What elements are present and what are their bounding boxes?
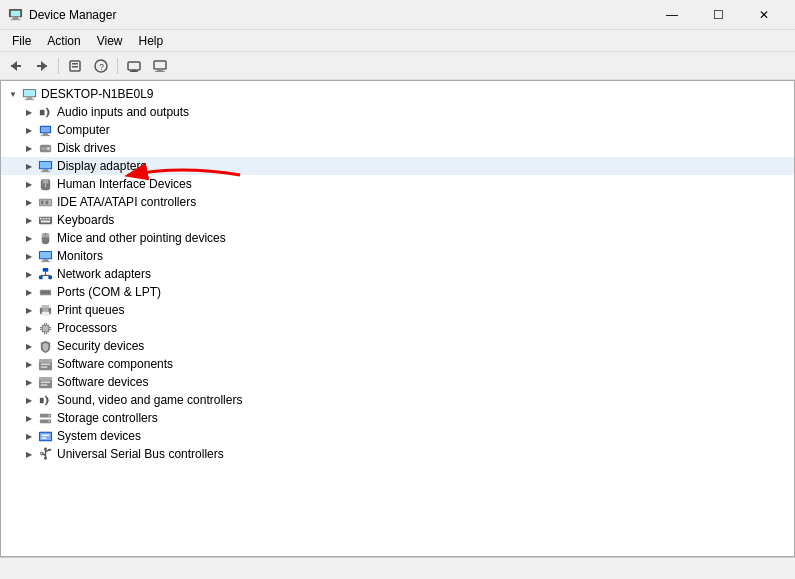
svg-rect-5 [11,65,21,67]
tree-item-ports[interactable]: ▶ Ports (COM & LPT) [1,283,794,301]
mouse-icon [37,230,53,246]
system-icon [37,428,53,444]
system-expand[interactable]: ▶ [21,428,37,444]
ide-expand[interactable]: ▶ [21,194,37,210]
hid-expand[interactable]: ▶ [21,176,37,192]
tree-item-keyboard[interactable]: ▶ Keyboards [1,211,794,229]
tree-item-storage[interactable]: ▶ Storage controllers [1,409,794,427]
tree-item-hid[interactable]: ▶ Human Interface Devices [1,175,794,193]
tree-item-system[interactable]: ▶ System devices [1,427,794,445]
svg-rect-26 [42,133,48,135]
usb-expand[interactable]: ▶ [21,446,37,462]
forward-button[interactable] [30,55,54,77]
mouse-expand[interactable]: ▶ [21,230,37,246]
sw-components-expand[interactable]: ▶ [21,356,37,372]
maximize-button[interactable]: ☐ [695,0,741,30]
monitors-expand[interactable]: ▶ [21,248,37,264]
tree-item-usb[interactable]: ▶ Universal Serial Bus controllers [1,445,794,463]
svg-rect-85 [40,381,49,382]
svg-rect-3 [11,19,20,20]
monitor-button[interactable] [148,55,172,77]
tree-item-processors[interactable]: ▶ Processors [1,319,794,337]
close-button[interactable]: ✕ [741,0,787,30]
svg-rect-27 [40,135,49,136]
tree-root[interactable]: ▼ DESKTOP-N1BE0L9 [1,85,794,103]
svg-point-99 [44,447,47,450]
menu-help[interactable]: Help [131,32,172,50]
storage-expand[interactable]: ▶ [21,410,37,426]
menu-file[interactable]: File [4,32,39,50]
svg-rect-93 [39,432,50,440]
display-expand[interactable]: ▶ [21,158,37,174]
svg-rect-66 [41,304,49,308]
svg-rect-21 [26,97,32,99]
computer-expand[interactable]: ▶ [21,122,37,138]
disk-expand[interactable]: ▶ [21,140,37,156]
svg-rect-41 [45,200,48,204]
help-button[interactable]: ? [89,55,113,77]
device-tree[interactable]: ▼ DESKTOP-N1BE0L9 ▶ [1,81,794,556]
disk-icon [37,140,53,156]
audio-expand[interactable]: ▶ [21,104,37,120]
svg-rect-84 [38,376,51,380]
tree-item-security[interactable]: ▶ Security devices [1,337,794,355]
svg-point-102 [44,456,47,459]
svg-rect-53 [42,259,48,261]
main-panel: ▼ DESKTOP-N1BE0L9 ▶ [0,80,795,557]
monitors-icon [37,248,53,264]
sound-expand[interactable]: ▶ [21,392,37,408]
svg-rect-100 [48,448,51,450]
tree-item-mouse[interactable]: ▶ Mice and other pointing devices [1,229,794,247]
svg-rect-57 [48,275,52,279]
svg-rect-52 [39,251,50,258]
system-label: System devices [57,429,141,443]
menu-action[interactable]: Action [39,32,88,50]
svg-point-91 [48,420,50,422]
svg-rect-43 [39,217,41,219]
print-label: Print queues [57,303,124,317]
audio-icon [37,104,53,120]
processors-expand[interactable]: ▶ [21,320,37,336]
tree-item-audio[interactable]: ▶ Audio inputs and outputs [1,103,794,121]
sound-icon [37,392,53,408]
tree-item-sw-devices[interactable]: ▶ Software devices [1,373,794,391]
ports-label: Ports (COM & LPT) [57,285,161,299]
tree-item-ide[interactable]: ▶ IDE ATA/ATAPI controllers [1,193,794,211]
root-expand-arrow[interactable]: ▼ [5,86,21,102]
tree-item-disk[interactable]: ▶ Disk drives [1,139,794,157]
svg-rect-10 [72,66,78,68]
svg-rect-13 [128,62,140,70]
keyboard-expand[interactable]: ▶ [21,212,37,228]
svg-point-29 [46,146,50,150]
ports-expand[interactable]: ▶ [21,284,37,300]
toolbar-separator-2 [117,58,118,74]
tree-item-network[interactable]: ▶ Network adapters [1,265,794,283]
svg-rect-44 [42,217,44,219]
tree-item-sw-components[interactable]: ▶ Software components [1,355,794,373]
sw-devices-expand[interactable]: ▶ [21,374,37,390]
scan-button[interactable] [122,55,146,77]
processors-icon [37,320,53,336]
svg-rect-18 [155,71,165,72]
svg-point-63 [44,291,46,293]
network-expand[interactable]: ▶ [21,266,37,282]
svg-rect-16 [154,61,166,69]
tree-item-display[interactable]: ▶ Display adapters [1,157,794,175]
properties-button[interactable] [63,55,87,77]
svg-rect-2 [13,17,19,19]
ide-label: IDE ATA/ATAPI controllers [57,195,196,209]
security-expand[interactable]: ▶ [21,338,37,354]
security-label: Security devices [57,339,144,353]
tree-item-sound[interactable]: ▶ Sound, video and game controllers [1,391,794,409]
sw-components-label: Software components [57,357,173,371]
hid-icon [37,176,53,192]
tree-item-print[interactable]: ▶ Print queues [1,301,794,319]
storage-icon [37,410,53,426]
tree-item-computer[interactable]: ▶ Computer [1,121,794,139]
menu-view[interactable]: View [89,32,131,50]
back-button[interactable] [4,55,28,77]
minimize-button[interactable]: — [649,0,695,30]
title-bar: Device Manager — ☐ ✕ [0,0,795,30]
print-expand[interactable]: ▶ [21,302,37,318]
tree-item-monitors[interactable]: ▶ Monitors [1,247,794,265]
